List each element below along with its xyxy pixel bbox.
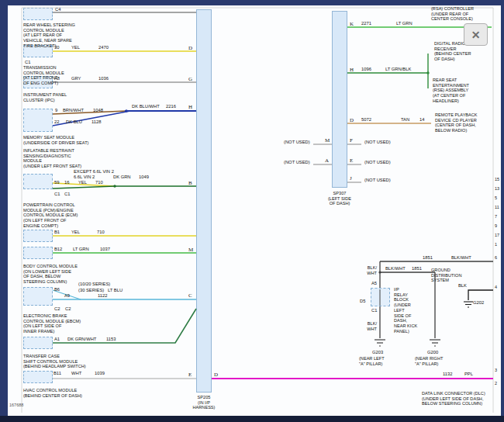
sir-connector-a: C1: [54, 192, 60, 196]
g200-name: G200: [427, 350, 438, 355]
hvac-color: WHT: [71, 371, 81, 375]
ebcm-connector-a: C2: [54, 306, 60, 311]
blk-wire-label: BLK: [458, 283, 467, 288]
wire-sir-dkgrn: [53, 186, 115, 189]
g202-name: G202: [473, 300, 484, 305]
sp205-pin-h: H: [188, 104, 192, 110]
sp205-pin-b: B: [188, 180, 192, 186]
sp205-label: SP205 (IN I/P HARNESS): [188, 395, 219, 410]
ground-branch-color: BLK/WHT: [385, 266, 406, 271]
sir-connector-b: C1: [64, 192, 70, 196]
memory-seat-pin-b: 22: [54, 119, 59, 124]
edge-number: 9: [495, 223, 497, 228]
sir-color-a: YEL: [78, 180, 87, 185]
wire-blk-g202: [468, 290, 493, 300]
g203-location: (NEAR LEFT "A" PILLAR): [359, 356, 385, 366]
sp205-pin-d: D: [188, 45, 192, 51]
ebcm-connector-b: C2: [65, 306, 71, 311]
sp205-pin-e: E: [188, 372, 192, 378]
memory-seat-color-b: DK BLU: [66, 119, 82, 124]
edge-number: 11: [495, 205, 499, 209]
relay-block-label: I/P RELAY BLOCK (UNDER LEFT SIDE OF DASH…: [394, 287, 417, 334]
junction-dot-ground: [378, 271, 381, 273]
ipc-label: INSTRUMENT PANEL CLUSTER (IPC): [23, 92, 67, 102]
ground-symbol-g200: [430, 340, 440, 346]
memory-seat-circuit-a: 1048: [93, 108, 103, 112]
transmission-color: YEL: [71, 45, 80, 50]
memory-seat-circuit-merged: 2216: [166, 104, 176, 109]
edge-number: 1: [495, 242, 497, 247]
cd-circuit: 5072: [361, 117, 371, 122]
ebcm-pin-a: B6: [54, 287, 60, 292]
sir-color-b: DK GRN: [113, 175, 131, 179]
sir-pin-b: 16: [64, 180, 69, 185]
rse-circuit: 1096: [361, 67, 371, 71]
pcm-circuit: 710: [97, 230, 105, 234]
memory-seat-label: MEMORY SEAT MODULE (UNDERSIDE OF DRIVER …: [23, 135, 88, 145]
rsa-color: LT GRN: [396, 21, 413, 26]
sp307-pin-j: J: [350, 175, 352, 182]
memory-seat-pin-a: 9: [55, 108, 57, 112]
ground-symbol-g203: [375, 340, 385, 346]
sp205-pin-m: M: [188, 247, 193, 253]
transfer-case-circuit: 1153: [106, 337, 116, 341]
junction-dot-sir: [113, 185, 116, 187]
relay-pin-top: A5: [371, 281, 377, 285]
ipc-pin: A8: [54, 76, 60, 81]
dlc-circuit: 1132: [443, 372, 452, 376]
edge-number: 2: [495, 381, 497, 386]
hvac-label: HVAC CONTROL MODULE (BEHIND CENTER OF DA…: [23, 388, 82, 398]
edge-number: 7: [495, 214, 497, 219]
edge-number: 4: [495, 285, 497, 289]
ground-dist-circuit: 1851: [423, 255, 433, 260]
rear-wheel-label: REAR WHEEL STEERING CONTROL MODULE (AT L…: [23, 22, 75, 49]
relay-connector: C1: [371, 308, 377, 313]
sp307-pin-h: H: [350, 67, 354, 73]
transmission-pin: 30: [54, 45, 59, 50]
transmission-circuit: 2470: [98, 45, 109, 50]
c d-color: TAN: [401, 117, 409, 122]
not-used-right-e: (NOT USED): [364, 160, 391, 164]
hvac-circuit: 1039: [95, 371, 105, 375]
memory-seat-color-a: BRN/WHT: [63, 108, 84, 112]
edge-number: 6: [495, 255, 497, 260]
sp307-pin-a: A: [325, 157, 329, 164]
diagram-id: 167688: [9, 403, 23, 407]
blk-wht-stack-upper: BLK/ WHT: [360, 265, 377, 275]
edge-number: 5: [495, 195, 497, 200]
ground-branch-circuit: 1851: [412, 266, 422, 271]
edge-number: 13: [495, 186, 499, 191]
wiring-diagram-page: C4 REAR WHEEL STEERING CONTROL MODULE (A…: [0, 0, 504, 422]
sir-pin-a: 59: [54, 180, 59, 185]
close-button[interactable]: ✕: [464, 23, 488, 46]
edge-number: 17: [495, 233, 499, 237]
sir-note-a: EXCEPT 6.6L VIN 2: [74, 169, 114, 174]
not-used-left-a: (NOT USED): [284, 160, 310, 164]
sp205-pin-g: G: [188, 76, 192, 82]
junction-dot-rse: [426, 71, 429, 74]
not-used-stubs: [313, 144, 361, 182]
ground-dist-color: BLK/WHT: [451, 255, 471, 260]
ebcm-note-a: (10/20 SERIES): [78, 282, 110, 286]
g200-location: (NEAR RIGHT "A" PILLAR): [415, 356, 443, 366]
sp307-pin-k: K: [350, 21, 354, 27]
sir-circuit-a: 710: [95, 180, 103, 185]
ebcm-color: LT BLU: [108, 288, 123, 292]
ground-dist-label: GROUND DISTRIBUTION SYSTEM: [431, 268, 461, 283]
ebcm-pin-b: A9: [64, 293, 70, 298]
edge-number: 3: [495, 368, 497, 372]
bcm-circuit: 1037: [100, 247, 110, 251]
pcm-color: YEL: [71, 230, 80, 234]
not-used-right-j: (NOT USED): [364, 178, 391, 182]
ebcm-circuit: 1122: [98, 293, 107, 298]
sp307-pin-e: E: [350, 157, 353, 164]
transfer-case-label: TRANSFER CASE SHIFT CONTROL MODULE (BEHI…: [23, 354, 86, 369]
cd-player-label: REMOTE PLAYBACK DEVICE CD PLAYER (CENTER…: [435, 112, 478, 133]
memory-seat-color-merged: DK BLU/WHT: [132, 104, 160, 109]
sp205-pin-c: C: [188, 292, 192, 299]
rsa-label: (RSA) CONTROLLER (UNDER REAR OF CENTER C…: [431, 6, 474, 22]
sp307-pin-d: D: [350, 117, 354, 123]
not-used-right-f: (NOT USED): [364, 140, 391, 144]
rsa-circuit: 2271: [361, 21, 371, 26]
pcm-pin: B1: [54, 230, 60, 234]
